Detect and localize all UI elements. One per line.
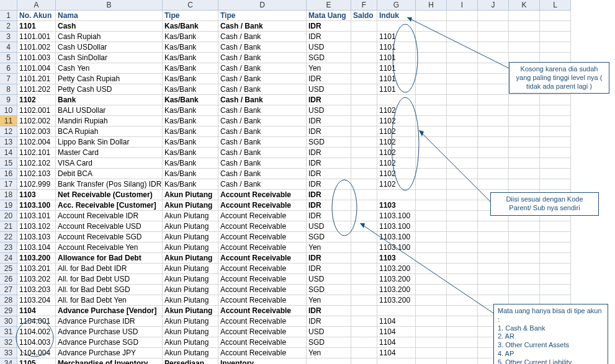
cell-K24[interactable] bbox=[509, 253, 540, 264]
cell-D27[interactable]: Account Receivable bbox=[218, 285, 307, 295]
cell-E4[interactable]: USD bbox=[307, 42, 351, 53]
cell-D26[interactable]: Account Receivable bbox=[218, 274, 307, 285]
cell-F2[interactable] bbox=[351, 21, 377, 32]
cell-B19[interactable]: Acc. Receivable [Customer] bbox=[56, 200, 163, 211]
cell-A7[interactable]: 1101.201 bbox=[17, 74, 56, 84]
cell-B15[interactable]: VISA Card bbox=[56, 158, 163, 169]
row-header-15[interactable]: 15 bbox=[0, 158, 17, 169]
cell-G4[interactable]: 1101 bbox=[377, 42, 416, 53]
row-header-9[interactable]: 9 bbox=[0, 95, 17, 105]
cell-F29[interactable] bbox=[351, 306, 377, 316]
cell-J23[interactable] bbox=[478, 242, 509, 253]
cell-H22[interactable] bbox=[416, 232, 447, 242]
row-header-32[interactable]: 32 bbox=[0, 337, 17, 348]
row-header-7[interactable]: 7 bbox=[0, 74, 17, 84]
cell-D24[interactable]: Account Receivable bbox=[218, 253, 307, 264]
header-cell-A[interactable]: No. Akun bbox=[17, 11, 56, 21]
row-header-23[interactable]: 23 bbox=[0, 242, 17, 253]
cell-D30[interactable]: Account Receivable bbox=[218, 316, 307, 327]
cell-B24[interactable]: Allowance for Bad Debt bbox=[56, 253, 163, 264]
cell-C23[interactable]: Akun Piutang bbox=[163, 242, 218, 253]
cell-I17[interactable] bbox=[447, 179, 478, 190]
row-header-8[interactable]: 8 bbox=[0, 84, 17, 95]
cell-L14[interactable] bbox=[540, 148, 571, 158]
cell-I34[interactable] bbox=[447, 358, 478, 364]
cell-L22[interactable] bbox=[540, 232, 571, 242]
cell-D3[interactable]: Cash / Bank bbox=[218, 32, 307, 42]
cell-F21[interactable] bbox=[351, 221, 377, 232]
cell-H29[interactable] bbox=[416, 306, 447, 316]
cell-H2[interactable] bbox=[416, 21, 447, 32]
cell-C27[interactable]: Akun Piutang bbox=[163, 285, 218, 295]
cell-E8[interactable]: USD bbox=[307, 84, 351, 95]
header-cell-F[interactable]: Saldo bbox=[351, 11, 377, 21]
cell-H27[interactable] bbox=[416, 285, 447, 295]
cell-G24[interactable]: 1103 bbox=[377, 253, 416, 264]
cell-B9[interactable]: Bank bbox=[56, 95, 163, 105]
cell-A4[interactable]: 1101.002 bbox=[17, 42, 56, 53]
cell-D15[interactable]: Cash / Bank bbox=[218, 158, 307, 169]
cell-C32[interactable]: Akun Piutang bbox=[163, 337, 218, 348]
cell-G10[interactable]: 1102 bbox=[377, 105, 416, 116]
cell-B17[interactable]: Bank Transfer (Pos Silang) IDR bbox=[56, 179, 163, 190]
cell-I18[interactable] bbox=[447, 190, 478, 200]
cell-H30[interactable] bbox=[416, 316, 447, 327]
cell-J22[interactable] bbox=[478, 232, 509, 242]
cell-G25[interactable]: 1103.200 bbox=[377, 264, 416, 274]
cell-E2[interactable]: IDR bbox=[307, 21, 351, 32]
column-header-K[interactable]: K bbox=[509, 0, 540, 11]
row-header-16[interactable]: 16 bbox=[0, 169, 17, 179]
cell-F3[interactable] bbox=[351, 32, 377, 42]
cell-F18[interactable] bbox=[351, 190, 377, 200]
cell-C15[interactable]: Kas/Bank bbox=[163, 158, 218, 169]
cell-E30[interactable]: IDR bbox=[307, 316, 351, 327]
cell-C8[interactable]: Kas/Bank bbox=[163, 84, 218, 95]
cell-A27[interactable]: 1103.203 bbox=[17, 285, 56, 295]
cell-I12[interactable] bbox=[447, 127, 478, 137]
column-header-A[interactable]: A bbox=[17, 0, 56, 11]
cell-J4[interactable] bbox=[478, 42, 509, 53]
cell-C2[interactable]: Kas/Bank bbox=[163, 21, 218, 32]
column-header-E[interactable]: E bbox=[307, 0, 351, 11]
cell-I32[interactable] bbox=[447, 337, 478, 348]
cell-K9[interactable] bbox=[509, 95, 540, 105]
cell-H5[interactable] bbox=[416, 53, 447, 63]
cell-H10[interactable] bbox=[416, 105, 447, 116]
cell-K11[interactable] bbox=[509, 116, 540, 127]
cell-D14[interactable]: Cash / Bank bbox=[218, 148, 307, 158]
cell-L16[interactable] bbox=[540, 169, 571, 179]
header-cell-C[interactable]: Tipe bbox=[163, 11, 218, 21]
cell-L10[interactable] bbox=[540, 105, 571, 116]
cell-A12[interactable]: 1102.003 bbox=[17, 127, 56, 137]
cell-H26[interactable] bbox=[416, 274, 447, 285]
header-cell-E[interactable]: Mata Uang bbox=[307, 11, 351, 21]
cell-E7[interactable]: IDR bbox=[307, 74, 351, 84]
row-header-27[interactable]: 27 bbox=[0, 285, 17, 295]
row-header-34[interactable]: 34 bbox=[0, 358, 17, 364]
cell-H17[interactable] bbox=[416, 179, 447, 190]
cell-H24[interactable] bbox=[416, 253, 447, 264]
cell-E15[interactable]: IDR bbox=[307, 158, 351, 169]
cell-F15[interactable] bbox=[351, 158, 377, 169]
cell-D6[interactable]: Cash / Bank bbox=[218, 63, 307, 74]
cell-C19[interactable]: Akun Piutang bbox=[163, 200, 218, 211]
cell-B26[interactable]: All. for Bad Debt USD bbox=[56, 274, 163, 285]
cell-F7[interactable] bbox=[351, 74, 377, 84]
cell-A26[interactable]: 1103.202 bbox=[17, 274, 56, 285]
cell-H25[interactable] bbox=[416, 264, 447, 274]
cell-D13[interactable]: Cash / Bank bbox=[218, 137, 307, 148]
cell-K15[interactable] bbox=[509, 158, 540, 169]
cell-E29[interactable]: IDR bbox=[307, 306, 351, 316]
cell-J26[interactable] bbox=[478, 274, 509, 285]
cell-G17[interactable]: 1102 bbox=[377, 179, 416, 190]
cell-I8[interactable] bbox=[447, 84, 478, 95]
cell-H20[interactable] bbox=[416, 211, 447, 221]
cell-D5[interactable]: Cash / Bank bbox=[218, 53, 307, 63]
cell-D21[interactable]: Account Receivable bbox=[218, 221, 307, 232]
cell-C11[interactable]: Kas/Bank bbox=[163, 116, 218, 127]
cell-A21[interactable]: 1103.102 bbox=[17, 221, 56, 232]
row-header-24[interactable]: 24 bbox=[0, 253, 17, 264]
cell-B27[interactable]: All. for Bad Debt SGD bbox=[56, 285, 163, 295]
cell-G16[interactable]: 1102 bbox=[377, 169, 416, 179]
cell-G9[interactable] bbox=[377, 95, 416, 105]
